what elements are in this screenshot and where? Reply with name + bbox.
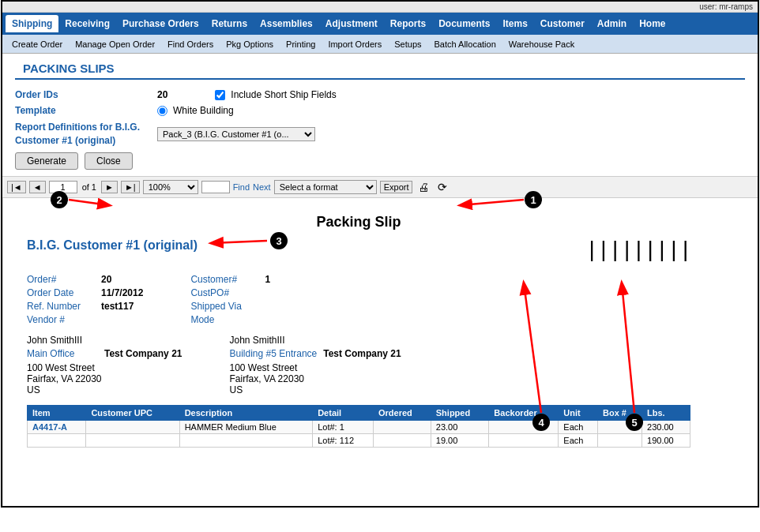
customer-num-row: Customer# 1 xyxy=(190,274,270,285)
vendor-key: Vendor # xyxy=(27,314,98,325)
ship-to-building-label: Building #5 Entrance xyxy=(229,348,317,359)
cell-item: A4417-A xyxy=(28,420,86,433)
ship-from-company-row: Main Office Test Company 21 xyxy=(27,348,182,359)
nav-customer[interactable]: Customer xyxy=(534,15,591,32)
col-item: Item xyxy=(28,405,86,420)
ship-to-city: Fairfax, VA 22030 xyxy=(229,373,401,384)
btn-row: Generate Close xyxy=(15,152,745,170)
order-num-val: 20 xyxy=(101,274,111,285)
cell-upc xyxy=(86,420,179,433)
nav-shipping[interactable]: Shipping xyxy=(6,15,58,32)
ship-to-name: John SmithIII xyxy=(229,335,401,346)
nav-home[interactable]: Home xyxy=(633,15,672,32)
slip-company: B.I.G. Customer #1 (original) xyxy=(27,238,198,253)
ship-from-main-label: Main Office xyxy=(27,348,98,359)
cell-lbs: 230.00 xyxy=(642,420,690,433)
format-select[interactable]: Select a format PDF Excel Word CSV xyxy=(274,180,377,194)
vendor-row: Vendor # xyxy=(27,314,143,325)
subnav-import-orders[interactable]: Import Orders xyxy=(322,38,388,51)
toolbar-icons: 🖨 ⟳ xyxy=(416,179,450,195)
user-label: user: mr-ramps xyxy=(699,2,753,11)
addr-section: John SmithIII Main Office Test Company 2… xyxy=(27,335,690,395)
meta-col-left: Order# 20 Order Date 11/7/2012 Ref. Numb… xyxy=(27,274,143,325)
subnav-find-orders[interactable]: Find Orders xyxy=(161,38,220,51)
order-num-row: Order# 20 xyxy=(27,274,143,285)
ship-from-block: John SmithIII Main Office Test Company 2… xyxy=(27,335,182,395)
next-page-button[interactable]: ► xyxy=(101,181,118,193)
nav-returns[interactable]: Returns xyxy=(205,15,254,32)
ship-from-addr1: 100 West Street xyxy=(27,362,182,373)
find-input[interactable] xyxy=(201,181,230,193)
cell-description xyxy=(179,433,313,447)
table-row: Lot#: 112 19.00 Each 190.00 xyxy=(28,433,690,447)
cell-upc xyxy=(86,433,179,447)
close-button[interactable]: Close xyxy=(85,152,133,170)
barcode: ||||||||| xyxy=(585,238,690,263)
cell-lbs: 190.00 xyxy=(642,433,690,447)
generate-button[interactable]: Generate xyxy=(15,152,78,170)
nav-admin[interactable]: Admin xyxy=(591,15,633,32)
cell-description: HAMMER Medium Blue xyxy=(179,420,313,433)
cust-po-key: CustPO# xyxy=(190,287,261,298)
customer-num-val: 1 xyxy=(265,274,270,285)
customer-num-key: Customer# xyxy=(190,274,261,285)
ref-number-row: Ref. Number test117 xyxy=(27,301,143,312)
prev-page-button[interactable]: ◄ xyxy=(29,181,46,193)
refresh-icon[interactable]: ⟳ xyxy=(435,179,450,195)
zoom-select[interactable]: 100% 75% 50% 150% xyxy=(143,180,198,194)
ship-to-company: Test Company 21 xyxy=(323,348,401,359)
order-date-row: Order Date 11/7/2012 xyxy=(27,287,143,298)
subnav-pkg-options[interactable]: Pkg Options xyxy=(220,38,280,51)
first-page-button[interactable]: |◄ xyxy=(7,181,26,193)
subnav-setups[interactable]: Setups xyxy=(388,38,427,51)
nav-receiving[interactable]: Receiving xyxy=(58,15,116,32)
export-button[interactable]: Export xyxy=(380,181,413,193)
order-ids-value: 20 xyxy=(157,89,167,100)
cell-shipped: 19.00 xyxy=(431,433,489,447)
print-icon[interactable]: 🖨 xyxy=(416,179,431,195)
report-def-row: Report Definitions for B.I.G. Customer #… xyxy=(15,121,745,148)
col-box: Box # xyxy=(597,405,641,420)
cell-detail: Lot#: 1 xyxy=(313,420,374,433)
template-radio[interactable] xyxy=(157,106,167,116)
include-short-ship-label: Include Short Ship Fields xyxy=(231,89,336,100)
subnav-warehouse-pack[interactable]: Warehouse Pack xyxy=(502,38,581,51)
nav-items[interactable]: Items xyxy=(496,15,533,32)
order-num-key: Order# xyxy=(27,274,98,285)
cell-ordered xyxy=(373,420,431,433)
mode-key: Mode xyxy=(190,314,261,325)
last-page-button[interactable]: ►| xyxy=(121,181,140,193)
cell-box xyxy=(597,433,641,447)
slip-header: B.I.G. Customer #1 (original) ||||||||| xyxy=(27,238,690,263)
ship-to-address: 100 West Street Fairfax, VA 22030 US xyxy=(229,362,401,395)
subnav-create-order[interactable]: Create Order xyxy=(6,38,69,51)
report-wrapper: Packing Slip B.I.G. Customer #1 (origina… xyxy=(2,198,758,506)
page-number-input[interactable] xyxy=(49,181,77,193)
find-label: Find xyxy=(233,182,250,192)
subnav-batch-allocation[interactable]: Batch Allocation xyxy=(428,38,502,51)
subnav-manage-open-order[interactable]: Manage Open Order xyxy=(69,38,161,51)
nav-purchase-orders[interactable]: Purchase Orders xyxy=(116,15,205,32)
report-scroll[interactable]: Packing Slip B.I.G. Customer #1 (origina… xyxy=(2,198,758,506)
report-def-select[interactable]: Pack_3 (B.I.G. Customer #1 (o... xyxy=(157,127,315,141)
nav-documents[interactable]: Documents xyxy=(432,15,496,32)
cell-ordered xyxy=(373,433,431,447)
nav-reports[interactable]: Reports xyxy=(384,15,432,32)
mode-row: Mode xyxy=(190,314,270,325)
order-date-key: Order Date xyxy=(27,287,98,298)
ship-from-city: Fairfax, VA 22030 xyxy=(27,373,182,384)
slip-title: Packing Slip xyxy=(27,214,690,230)
col-unit: Unit xyxy=(559,405,598,420)
col-upc: Customer UPC xyxy=(86,405,179,420)
subnav-printing[interactable]: Printing xyxy=(280,38,322,51)
nav-adjustment[interactable]: Adjustment xyxy=(319,15,384,32)
ship-from-country: US xyxy=(27,384,182,395)
ship-from-address: 100 West Street Fairfax, VA 22030 US xyxy=(27,362,182,395)
include-short-ship-checkbox[interactable] xyxy=(215,90,225,100)
nav-assemblies[interactable]: Assemblies xyxy=(254,15,319,32)
cell-shipped: 23.00 xyxy=(431,420,489,433)
ship-from-company: Test Company 21 xyxy=(104,348,182,359)
cell-unit: Each xyxy=(559,420,598,433)
cell-box xyxy=(597,420,641,433)
next-label[interactable]: Next xyxy=(253,182,271,192)
